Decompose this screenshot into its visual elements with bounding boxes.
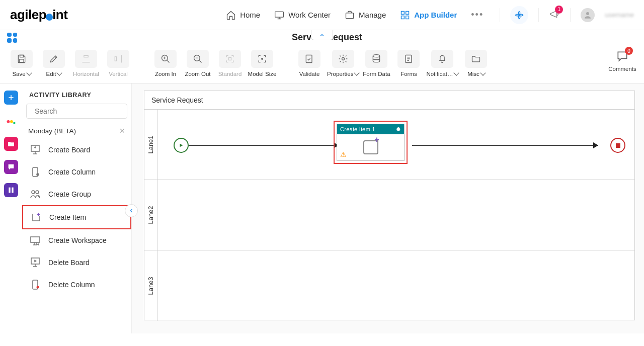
zoom-out-icon xyxy=(193,54,203,64)
group-icon xyxy=(29,188,41,200)
column-icon xyxy=(29,166,41,178)
svg-rect-0 xyxy=(275,12,284,17)
plus-icon xyxy=(7,94,15,102)
rail-add-button[interactable] xyxy=(4,91,18,105)
tool-zoom-in[interactable]: Zoom In xyxy=(151,50,180,77)
folder-icon xyxy=(7,140,15,148)
chevron-down-icon xyxy=(480,70,486,75)
delete-column-icon xyxy=(29,279,41,291)
search-input[interactable] xyxy=(35,107,123,115)
lib-item-create-group[interactable]: Create Group xyxy=(22,183,131,205)
svg-rect-10 xyxy=(115,57,116,61)
logo-dot-icon xyxy=(46,14,53,21)
svg-point-28 xyxy=(32,191,35,194)
pinwheel-button[interactable] xyxy=(510,6,528,24)
lib-item-delete-board[interactable]: Delete Board xyxy=(22,251,131,274)
bell-icon xyxy=(437,54,447,64)
lib-item-create-item[interactable]: Create Item xyxy=(22,205,131,229)
svg-rect-30 xyxy=(31,237,40,242)
end-node[interactable] xyxy=(610,138,625,153)
svg-rect-22 xyxy=(9,188,10,193)
svg-point-19 xyxy=(6,120,10,124)
tool-save[interactable]: Save xyxy=(7,50,36,77)
svg-point-6 xyxy=(586,12,589,15)
rail-monday[interactable] xyxy=(4,114,18,128)
flow-connector xyxy=(189,145,339,146)
tool-vertical[interactable]: Vertical xyxy=(104,50,133,77)
create-item-icon xyxy=(363,140,378,154)
lane-label: Lane2 xyxy=(144,180,157,250)
sidebar-collapse-button[interactable] xyxy=(125,204,138,217)
tool-forms[interactable]: Forms xyxy=(394,50,423,77)
warning-icon: ⚠ xyxy=(340,150,347,158)
tool-edit[interactable]: Edit xyxy=(39,50,68,77)
tool-properties[interactable]: Properties xyxy=(327,50,359,77)
lane-label: Lane1 xyxy=(144,110,157,180)
activity-create-item[interactable]: Create Item.1 ⚠ xyxy=(334,121,408,164)
zoom-in-icon xyxy=(160,54,171,64)
nav-work-center[interactable]: Work Center xyxy=(274,10,331,20)
svg-point-33 xyxy=(37,286,39,289)
nav-manage[interactable]: Manage xyxy=(345,10,386,20)
svg-rect-3 xyxy=(406,11,409,14)
svg-rect-8 xyxy=(20,59,24,62)
briefcase-icon xyxy=(345,10,355,20)
rail-columns[interactable] xyxy=(4,183,18,197)
lib-item-create-board[interactable]: Create Board xyxy=(22,139,131,161)
notification-button[interactable]: 1 xyxy=(549,9,560,22)
svg-point-16 xyxy=(342,58,344,60)
svg-rect-5 xyxy=(406,16,409,19)
play-icon xyxy=(179,143,184,148)
chevron-down-icon xyxy=(354,70,360,75)
search-box[interactable] xyxy=(26,104,127,119)
chat-icon xyxy=(7,163,15,171)
category-close[interactable]: ✕ xyxy=(119,127,125,135)
svg-point-29 xyxy=(36,191,39,194)
nav-app-builder[interactable]: App Builder xyxy=(400,10,457,20)
tool-standard[interactable]: Standard xyxy=(215,50,245,77)
rail-chat[interactable] xyxy=(4,160,18,174)
svg-rect-4 xyxy=(401,16,405,19)
lib-item-delete-column[interactable]: Delete Column xyxy=(22,274,131,296)
svg-rect-15 xyxy=(306,55,312,63)
home-icon xyxy=(226,10,236,20)
lib-item-create-column[interactable]: Create Column xyxy=(22,161,131,183)
chevron-up-icon xyxy=(319,32,325,38)
workflow-canvas[interactable]: Lane1 Create Item.1 xyxy=(144,109,635,320)
workspace-icon xyxy=(29,234,41,246)
chevron-down-icon xyxy=(454,70,459,75)
svg-point-21 xyxy=(13,122,15,124)
nav-more[interactable]: ••• xyxy=(471,10,484,20)
chevron-down-icon xyxy=(26,70,32,75)
chevron-left-icon xyxy=(128,208,134,214)
collapse-header-toggle[interactable] xyxy=(311,30,333,40)
user-avatar[interactable] xyxy=(581,8,595,22)
tool-horizontal[interactable]: Horizontal xyxy=(71,50,101,77)
save-icon xyxy=(17,54,27,64)
tool-misc[interactable]: Misc xyxy=(461,50,491,77)
horizontal-icon xyxy=(81,54,91,64)
tool-form-data[interactable]: Form Data xyxy=(362,50,391,77)
apps-grid-button[interactable] xyxy=(7,33,17,43)
svg-point-17 xyxy=(373,55,380,57)
rail-folder[interactable] xyxy=(4,137,18,151)
tool-zoom-out[interactable]: Zoom Out xyxy=(183,50,212,77)
tool-validate[interactable]: Validate xyxy=(295,50,324,77)
nav-home[interactable]: Home xyxy=(226,10,260,20)
svg-point-14 xyxy=(262,58,263,60)
tool-notifications[interactable]: Notificat… xyxy=(426,50,458,77)
validate-icon xyxy=(304,54,314,64)
database-icon xyxy=(371,54,381,64)
activity-library-sidebar: ACTIVITY LIBRARY Monday (BETA) ✕ Create … xyxy=(22,83,132,333)
start-node[interactable] xyxy=(174,138,189,153)
svg-point-27 xyxy=(37,174,39,176)
gear-icon xyxy=(395,126,401,132)
agilepoint-logo: agilepint xyxy=(10,7,96,23)
svg-rect-2 xyxy=(401,11,405,14)
sidebar-title: ACTIVITY LIBRARY xyxy=(22,83,131,104)
activity-settings[interactable] xyxy=(395,126,401,133)
lib-item-create-workspace[interactable]: Create Workspace xyxy=(22,229,131,251)
tool-comments[interactable]: 0 Comments xyxy=(608,50,637,77)
flow-connector xyxy=(412,145,598,146)
tool-model-size[interactable]: Model Size xyxy=(248,50,277,77)
